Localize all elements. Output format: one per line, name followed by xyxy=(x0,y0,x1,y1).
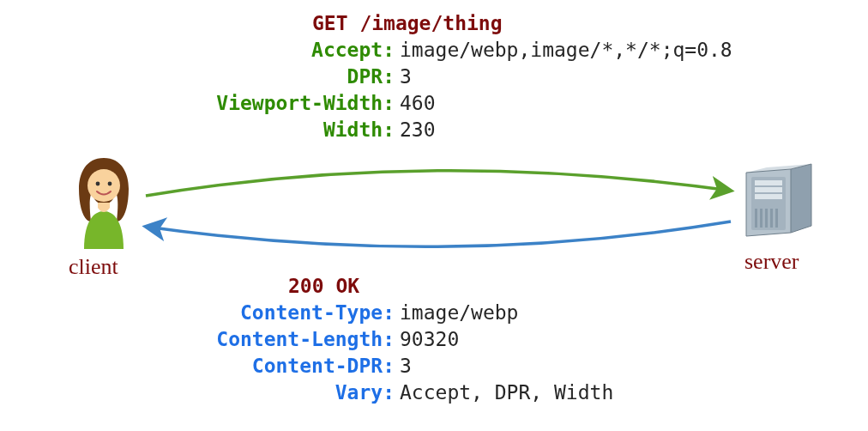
request-header: Width: 230 xyxy=(214,117,732,143)
client-label: client xyxy=(69,254,118,280)
response-header: Vary: Accept, DPR, Width xyxy=(214,379,613,406)
request-method-path: GET /image/thing xyxy=(312,10,503,37)
request-header: DPR: 3 xyxy=(214,64,732,90)
request-header-value: 460 xyxy=(400,90,436,117)
response-header-value: 3 xyxy=(400,353,412,379)
request-status-line: GET /image/thing xyxy=(214,10,732,37)
request-arrow xyxy=(146,171,731,196)
svg-rect-8 xyxy=(760,209,763,228)
request-header-value: image/webp,image/*,*/*;q=0.8 xyxy=(400,37,732,64)
response-header-key: Content-Length: xyxy=(214,326,400,353)
response-arrow xyxy=(146,222,731,246)
client-user-icon xyxy=(74,155,134,249)
response-header-value: image/webp xyxy=(400,300,518,326)
svg-point-0 xyxy=(87,169,120,202)
request-header-key: Accept: xyxy=(214,37,400,64)
response-header-value: 90320 xyxy=(400,326,459,353)
svg-point-2 xyxy=(108,182,112,186)
response-status-line: 200 OK xyxy=(214,273,613,300)
server-tower-icon xyxy=(736,159,818,241)
response-status: 200 OK xyxy=(288,273,359,300)
request-header: Viewport-Width: 460 xyxy=(214,90,732,117)
request-header-key: Viewport-Width: xyxy=(214,90,400,117)
svg-rect-11 xyxy=(775,209,778,228)
svg-rect-9 xyxy=(765,209,768,228)
request-header-key: Width: xyxy=(214,117,400,143)
response-header-key: Vary: xyxy=(214,379,400,406)
svg-point-1 xyxy=(96,182,100,186)
response-header-key: Content-Type: xyxy=(214,300,400,326)
svg-rect-5 xyxy=(755,187,782,192)
server-label: server xyxy=(744,249,799,275)
response-header: Content-Length: 90320 xyxy=(214,326,613,353)
svg-rect-6 xyxy=(755,194,782,199)
svg-rect-4 xyxy=(755,180,782,185)
response-header: Content-Type: image/webp xyxy=(214,300,613,326)
response-header: Content-DPR: 3 xyxy=(214,353,613,379)
http-response-block: 200 OK Content-Type: image/webp Content-… xyxy=(214,273,613,406)
request-header-value: 230 xyxy=(400,117,436,143)
request-header-value: 3 xyxy=(400,64,412,90)
svg-rect-10 xyxy=(770,209,773,228)
response-header-value: Accept, DPR, Width xyxy=(400,379,613,406)
request-header: Accept: image/webp,image/*,*/*;q=0.8 xyxy=(214,37,732,64)
request-header-key: DPR: xyxy=(214,64,400,90)
response-header-key: Content-DPR: xyxy=(214,353,400,379)
svg-rect-7 xyxy=(755,209,757,228)
http-request-block: GET /image/thing Accept: image/webp,imag… xyxy=(214,10,732,143)
